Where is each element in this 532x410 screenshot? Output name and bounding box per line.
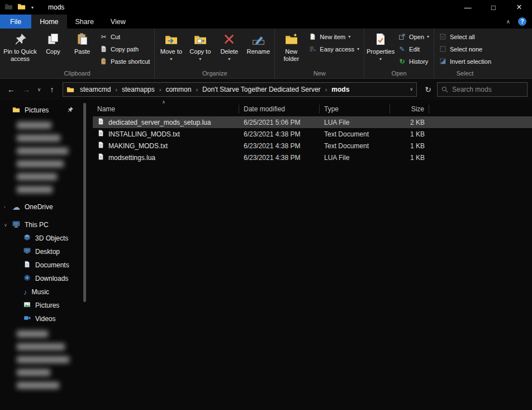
sidebar-scrollbar[interactable] [83,103,86,302]
column-headers: ∧ Name Date modified Type Size [93,102,532,116]
sidebar-item-redacted[interactable] [17,356,69,363]
sidebar-item-redacted[interactable] [17,369,50,376]
table-row[interactable]: modsettings.lua 6/23/2021 4:38 PM LUA Fi… [93,152,532,163]
forward-button[interactable]: → [20,83,33,96]
new-item-icon [308,32,317,41]
sidebar-item-redacted[interactable] [17,382,59,389]
window-icon[interactable] [4,2,13,12]
maximize-button[interactable]: □ [481,0,506,15]
select-all-button[interactable]: Select all [436,32,494,41]
paste-button[interactable]: Paste [68,29,97,66]
paste-icon [75,31,89,47]
sidebar-item-redacted[interactable] [17,343,65,350]
open-button[interactable]: Open ▾ [395,32,432,41]
breadcrumb-segment[interactable]: Don't Starve Together Dedicated Server [199,86,324,93]
file-type: Text Document [320,130,390,138]
history-button[interactable]: ↻ History [395,56,432,66]
sidebar-item-pictures-pinned[interactable]: Pictures [0,103,87,117]
file-date: 6/23/2021 4:38 PM [239,154,320,162]
sidebar-item-onedrive[interactable]: › ☁ OneDrive [0,200,87,214]
folder-icon [12,106,20,115]
sidebar-item-desktop[interactable]: Desktop [0,245,87,258]
sidebar-item-documents[interactable]: Documents [0,258,87,272]
qat-folder-icon[interactable] [17,2,26,12]
address-dropdown-icon[interactable]: ∨ [410,87,413,92]
properties-button[interactable]: Properties ▾ [366,29,395,66]
tab-view[interactable]: View [102,15,134,29]
sidebar-item-redacted[interactable] [17,161,64,167]
tab-home[interactable]: Home [31,15,66,29]
help-icon[interactable]: ? [518,17,526,26]
copy-path-button[interactable]: Copy path [97,44,153,54]
select-all-label: Select all [450,34,475,40]
column-header-date-modified[interactable]: Date modified [239,105,320,114]
breadcrumb-segment[interactable]: common [162,86,194,93]
sort-ascending-icon: ∧ [162,100,165,105]
easy-access-dropdown-icon: ▾ [357,46,359,51]
sidebar-item-3d-objects[interactable]: 3D Objects [0,232,87,245]
new-item-button[interactable]: New item ▾ [306,32,362,41]
close-button[interactable]: × [506,0,532,15]
titlebar: ▾ mods — □ × [0,0,532,15]
sidebar-item-redacted[interactable] [17,186,53,193]
qat-customize-icon[interactable]: ▾ [31,5,34,10]
easy-access-button[interactable]: Easy access ▾ [306,44,362,54]
sidebar-item-redacted[interactable] [17,331,48,337]
new-item-dropdown-icon: ▾ [348,34,350,39]
column-header-type[interactable]: Type [320,105,390,114]
invert-selection-button[interactable]: Invert selection [436,56,494,66]
ribbon-home: Pin to Quick access Copy Paste ✂ Cut [0,29,532,79]
sidebar-item-redacted[interactable] [17,122,51,129]
properties-dropdown-icon: ▾ [379,56,382,62]
search-input[interactable] [452,86,523,93]
column-header-name[interactable]: Name [93,105,239,114]
sidebar-item-label: Music [32,288,49,296]
pin-to-quick-access-button[interactable]: Pin to Quick access [2,29,39,66]
sidebar-item-downloads[interactable]: Downloads [0,272,87,285]
cut-button[interactable]: ✂ Cut [97,32,153,41]
new-folder-button[interactable]: New folder [277,29,306,66]
breadcrumb-segment[interactable]: steamapps [118,86,158,93]
sidebar-item-redacted[interactable] [17,135,60,142]
copy-button[interactable]: Copy [39,29,68,66]
chevron-right-icon[interactable]: › [4,205,6,210]
sidebar-item-this-pc[interactable]: ∨ This PC [0,218,87,232]
sidebar-item-label: OneDrive [25,203,53,211]
paste-shortcut-button[interactable]: Paste shortcut [97,56,153,66]
move-to-dropdown-icon: ▾ [170,56,172,62]
up-button[interactable]: ↑ [45,83,59,96]
tab-file[interactable]: File [0,15,31,29]
minimize-button[interactable]: — [455,0,481,15]
column-header-size[interactable]: Size [390,105,429,114]
move-to-button[interactable]: Move to ▾ [156,29,186,66]
delete-button[interactable]: Delete ▾ [215,29,244,66]
minimize-ribbon-icon[interactable]: ∧ [506,18,510,25]
breadcrumb[interactable]: steamcmd › steamapps › common › Don't St… [63,82,417,97]
tab-share[interactable]: Share [67,15,102,29]
refresh-icon[interactable]: ↻ [421,82,435,97]
select-none-button[interactable]: Select none [436,44,494,54]
chevron-down-icon[interactable]: ∨ [4,223,7,228]
sidebar-item-videos[interactable]: Videos [0,312,87,326]
ribbon-group-new: New folder New item ▾ Easy access ▾ [275,29,364,78]
sidebar-redacted-items [0,326,87,394]
sidebar-item-redacted[interactable] [17,173,57,180]
sidebar-item-label: Videos [35,315,55,323]
table-row[interactable]: MAKING_MODS.txt 6/23/2021 4:38 PM Text D… [93,140,532,152]
breadcrumb-segment[interactable]: steamcmd [77,86,114,93]
sidebar-item-music[interactable]: ♪ Music [0,285,87,299]
back-button[interactable]: ← [4,83,18,96]
copy-to-button[interactable]: Copy to ▾ [186,29,215,66]
breadcrumb-segment-current[interactable]: mods [328,86,353,93]
recent-locations-icon[interactable]: ∨ [35,83,44,96]
sidebar-item-redacted[interactable] [17,148,68,154]
sidebar-item-pictures[interactable]: Pictures [0,299,87,312]
rename-button[interactable]: Rename [244,29,273,66]
ribbon-group-clipboard: Pin to Quick access Copy Paste ✂ Cut [0,29,155,78]
pin-icon [67,106,74,115]
ribbon-tab-strip: File Home Share View ∧ ? [0,15,532,29]
select-none-label: Select none [450,46,482,53]
table-row[interactable]: INSTALLING_MODS.txt 6/23/2021 4:38 PM Te… [93,128,532,140]
table-row[interactable]: dedicated_server_mods_setup.lua 6/25/202… [93,116,532,128]
edit-button[interactable]: ✎ Edit [395,44,432,54]
